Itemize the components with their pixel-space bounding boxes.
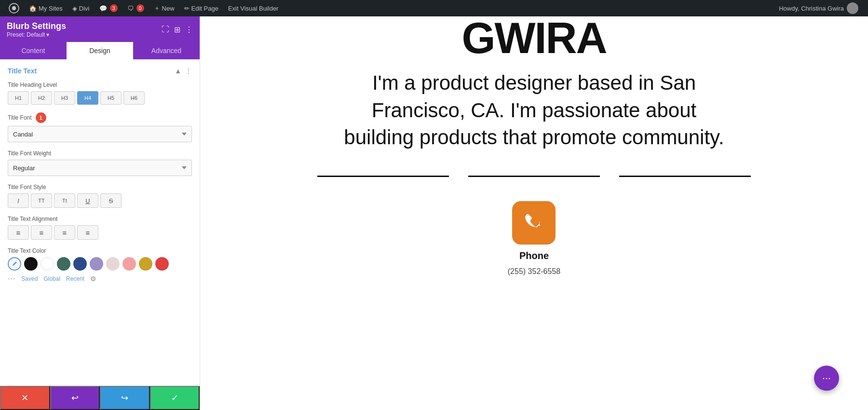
admin-bar: 🏠 My Sites ◈ Divi 💬 3 🗨 0 ＋ New ✏ Edit P… bbox=[0, 0, 868, 16]
panel-header-icons: ⛶ ⊞ ⋮ bbox=[162, 25, 193, 34]
recent-color-tag[interactable]: Recent bbox=[66, 275, 84, 282]
color-pink-light[interactable] bbox=[106, 257, 120, 271]
wp-icon bbox=[9, 3, 19, 14]
title-font-style-row: Title Font Style I TT Tt U S bbox=[8, 184, 192, 208]
main-layout: Blurb Settings Preset: Default ▾ ⛶ ⊞ ⋮ C… bbox=[0, 16, 868, 410]
avatar bbox=[847, 2, 858, 14]
color-gold[interactable] bbox=[139, 257, 152, 271]
color-red[interactable] bbox=[155, 257, 169, 271]
divider-line-2 bbox=[468, 176, 600, 177]
align-right-button[interactable]: ≡ bbox=[54, 225, 75, 240]
new-item[interactable]: ＋ New bbox=[150, 0, 178, 16]
divi-item[interactable]: ◈ Divi bbox=[68, 0, 94, 16]
preset-label: Preset: Default bbox=[7, 31, 45, 38]
title-heading-level-label: Title Heading Level bbox=[8, 82, 192, 88]
divi-label: Divi bbox=[79, 5, 90, 12]
color-tags: ··· Saved Global Recent ⚙ bbox=[8, 274, 192, 283]
edit-page-label: Edit Page bbox=[191, 5, 218, 12]
uppercase-button[interactable]: TT bbox=[31, 193, 52, 208]
panel-preset[interactable]: Preset: Default ▾ bbox=[7, 31, 66, 38]
panel-header: Blurb Settings Preset: Default ▾ ⛶ ⊞ ⋮ bbox=[0, 16, 200, 42]
my-sites-label: My Sites bbox=[39, 5, 63, 12]
hero-text: I'm a product designer based in San Fran… bbox=[341, 69, 727, 151]
title-font-weight-row: Title Font Weight Regular Bold Light bbox=[8, 150, 192, 176]
blurb-title: Phone bbox=[519, 250, 549, 261]
undo-button[interactable]: ↩ bbox=[50, 386, 100, 410]
collapse-icon[interactable]: ▲ bbox=[175, 67, 181, 75]
more-icon[interactable]: ⋮ bbox=[185, 25, 193, 34]
section-header-icons: ▲ ⋮ bbox=[175, 67, 192, 75]
h2-button[interactable]: H2 bbox=[31, 91, 52, 105]
title-text-alignment-row: Title Text Alignment ≡ ≡ ≡ ≡ bbox=[8, 216, 192, 240]
fab-button[interactable]: ··· bbox=[814, 366, 839, 391]
italic-button[interactable]: I bbox=[8, 193, 29, 208]
redo-button[interactable]: ↪ bbox=[100, 386, 150, 410]
comment-count: 3 bbox=[110, 4, 118, 12]
new-label: New bbox=[162, 5, 175, 12]
comment2-icon: 🗨 bbox=[127, 5, 134, 12]
h6-button[interactable]: H6 bbox=[123, 91, 145, 105]
h5-button[interactable]: H5 bbox=[100, 91, 122, 105]
divider-line-3 bbox=[619, 176, 751, 177]
layout-icon[interactable]: ⊞ bbox=[174, 25, 180, 34]
edit-page-item[interactable]: ✏ Edit Page bbox=[180, 0, 222, 16]
color-teal[interactable] bbox=[57, 257, 70, 271]
title-font-label: Title Font bbox=[8, 114, 32, 121]
align-justify-button[interactable]: ≡ bbox=[77, 225, 98, 240]
panel-body: Title Text ▲ ⋮ Title Heading Level H1 H2… bbox=[0, 59, 200, 386]
alignment-buttons: ≡ ≡ ≡ ≡ bbox=[8, 225, 192, 240]
panel-title: Blurb Settings bbox=[7, 21, 66, 31]
color-pink[interactable] bbox=[122, 257, 136, 271]
color-black[interactable] bbox=[24, 257, 38, 271]
panel-tabs: Content Design Advanced bbox=[0, 42, 200, 59]
color-settings-icon[interactable]: ⚙ bbox=[90, 275, 96, 283]
color-picker-swatch[interactable] bbox=[8, 257, 21, 271]
font-weight-select[interactable]: Regular Bold Light bbox=[8, 160, 192, 176]
fullscreen-icon[interactable]: ⛶ bbox=[162, 25, 169, 34]
saved-color-tag[interactable]: Saved bbox=[21, 275, 38, 282]
tab-content[interactable]: Content bbox=[0, 42, 67, 59]
phone-icon-wrapper bbox=[512, 201, 556, 245]
capitalize-button[interactable]: Tt bbox=[54, 193, 75, 208]
global-color-tag[interactable]: Global bbox=[43, 275, 60, 282]
section-header-title-text: Title Text ▲ ⋮ bbox=[8, 67, 192, 75]
svg-point-1 bbox=[12, 6, 16, 11]
dots-icon: ··· bbox=[822, 372, 831, 384]
tab-design[interactable]: Design bbox=[67, 42, 133, 59]
comments2-item[interactable]: 🗨 0 bbox=[123, 0, 148, 16]
divider-line-1 bbox=[317, 176, 449, 177]
h4-button[interactable]: H4 bbox=[77, 91, 98, 105]
align-center-button[interactable]: ≡ bbox=[31, 225, 52, 240]
h3-button[interactable]: H3 bbox=[54, 91, 75, 105]
cancel-button[interactable]: ✕ bbox=[0, 386, 50, 410]
my-sites-item[interactable]: 🏠 My Sites bbox=[25, 0, 67, 16]
chevron-down-icon: ▾ bbox=[46, 31, 49, 38]
exit-builder-item[interactable]: Exit Visual Builder bbox=[224, 0, 283, 16]
wp-logo-item[interactable] bbox=[5, 0, 23, 16]
color-white[interactable] bbox=[41, 257, 54, 271]
action-bar: ✕ ↩ ↪ ✓ bbox=[0, 386, 200, 410]
align-left-button[interactable]: ≡ bbox=[8, 225, 29, 240]
font-badge: 1 bbox=[36, 112, 46, 123]
comment-icon: 💬 bbox=[99, 5, 107, 12]
title-heading-level-row: Title Heading Level H1 H2 H3 H4 H5 H6 bbox=[8, 82, 192, 105]
blurb-card: Phone (255) 352-6558 bbox=[508, 201, 560, 276]
title-font-select[interactable]: Candal Arial Helvetica Times New Roman bbox=[8, 126, 192, 142]
h1-button[interactable]: H1 bbox=[8, 91, 29, 105]
color-lavender[interactable] bbox=[90, 257, 103, 271]
save-button[interactable]: ✓ bbox=[150, 386, 200, 410]
color-navy[interactable] bbox=[73, 257, 87, 271]
section-more-icon[interactable]: ⋮ bbox=[185, 67, 192, 75]
underline-button[interactable]: U bbox=[77, 193, 98, 208]
divi-icon: ◈ bbox=[72, 5, 77, 12]
comments-item[interactable]: 💬 3 bbox=[95, 0, 122, 16]
page-content: GWIRA I'm a product designer based in Sa… bbox=[200, 16, 868, 410]
howdy-label: Howdy, Christina Gwira bbox=[779, 5, 844, 12]
exit-builder-label: Exit Visual Builder bbox=[228, 5, 279, 12]
color-dots-button[interactable]: ··· bbox=[8, 274, 15, 283]
title-text-color-row: Title Text Color bbox=[8, 247, 192, 283]
strikethrough-button[interactable]: S bbox=[100, 193, 122, 208]
tab-advanced[interactable]: Advanced bbox=[133, 42, 200, 59]
section-title: Title Text bbox=[8, 67, 37, 75]
font-style-buttons: I TT Tt U S bbox=[8, 193, 192, 208]
